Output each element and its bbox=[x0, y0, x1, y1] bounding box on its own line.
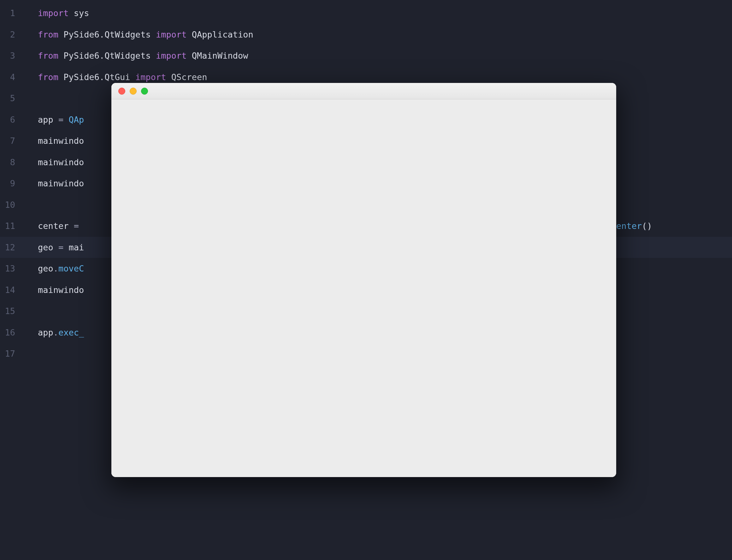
maximize-icon[interactable] bbox=[141, 88, 148, 95]
code-line[interactable]: 1import sys bbox=[0, 3, 732, 24]
line-number: 17 bbox=[0, 343, 28, 365]
code-content[interactable]: from PySide6.QtWidgets import QApplicati… bbox=[28, 24, 732, 45]
line-number: 10 bbox=[0, 194, 28, 216]
line-number: 4 bbox=[0, 67, 28, 88]
code-content-tail[interactable]: enter() bbox=[616, 215, 652, 237]
line-number: 6 bbox=[0, 109, 28, 131]
window-titlebar[interactable] bbox=[111, 83, 616, 99]
line-number: 5 bbox=[0, 88, 28, 109]
line-number: 8 bbox=[0, 152, 28, 173]
code-content[interactable]: from PySide6.QtWidgets import QMainWindo… bbox=[28, 45, 732, 67]
close-icon[interactable] bbox=[118, 88, 125, 95]
line-number: 3 bbox=[0, 45, 28, 67]
line-number: 13 bbox=[0, 258, 28, 279]
line-number: 12 bbox=[0, 237, 28, 258]
window-body bbox=[111, 99, 616, 477]
line-number: 2 bbox=[0, 24, 28, 45]
line-number: 14 bbox=[0, 279, 28, 301]
app-window[interactable] bbox=[111, 83, 616, 477]
line-number: 16 bbox=[0, 322, 28, 343]
line-number: 7 bbox=[0, 130, 28, 152]
minimize-icon[interactable] bbox=[130, 88, 137, 95]
code-line[interactable]: 3from PySide6.QtWidgets import QMainWind… bbox=[0, 45, 732, 67]
line-number: 11 bbox=[0, 215, 28, 237]
line-number: 1 bbox=[0, 3, 28, 24]
line-number: 15 bbox=[0, 300, 28, 322]
code-line[interactable]: 2from PySide6.QtWidgets import QApplicat… bbox=[0, 24, 732, 45]
code-content[interactable]: import sys bbox=[28, 3, 732, 24]
line-number: 9 bbox=[0, 173, 28, 194]
